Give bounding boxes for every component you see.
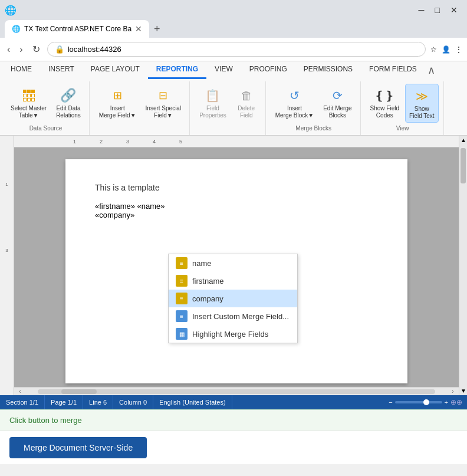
show-field-codes-button[interactable]: ❴❵ Show FieldCodes	[367, 84, 403, 122]
dropdown-item-company[interactable]: ≡ company	[169, 290, 297, 307]
address-bar-row: ‹ › ↻ 🔒 localhost:44326 ☆ 👤 ⋮	[0, 38, 467, 61]
tab-title: TX Text Control ASP.NET Core Ba	[24, 25, 131, 33]
ruler-1: 1	[73, 139, 76, 145]
tab-form-fields[interactable]: FORM FIELDS	[361, 61, 425, 79]
zoom-out-icon[interactable]: −	[389, 399, 392, 406]
ruler-mark-4: 3	[0, 247, 14, 280]
scroll-track[interactable]	[38, 389, 435, 394]
insert-merge-field-icon: ⊞	[108, 86, 127, 105]
dropdown-item-name[interactable]: ≡ name	[169, 254, 297, 272]
tab-reporting[interactable]: REPORTING	[148, 61, 206, 79]
merge-line-1: «firstname» «name»	[95, 202, 378, 211]
active-tab[interactable]: 🌐 TX Text Control ASP.NET Core Ba ✕	[5, 20, 149, 38]
address-bar[interactable]: 🔒 localhost:44326	[47, 42, 426, 57]
dropdown-label-highlight: Highlight Merge Fields	[192, 330, 268, 339]
message-text: Click button to merge	[9, 416, 82, 425]
ruler-mark-2: 1	[0, 180, 14, 214]
document-area: 1 3 1 2 3 4 5 This is a template «firstn…	[0, 136, 467, 395]
lock-icon: 🔒	[55, 45, 64, 54]
browser-icon: 🌐	[5, 5, 17, 16]
insert-special-field-button[interactable]: ⊟ Insert SpecialField▼	[142, 84, 185, 122]
select-master-table-icon	[19, 86, 38, 105]
tab-insert[interactable]: INSERT	[40, 61, 83, 79]
refresh-button[interactable]: ↻	[30, 42, 42, 56]
merge-company: «company»	[95, 211, 134, 219]
window-controls[interactable]: ─ □ ✕	[414, 3, 462, 17]
delete-field-icon: 🗑	[237, 86, 256, 105]
zoom-slider[interactable]	[395, 401, 442, 403]
dropdown-item-highlight[interactable]: ▦ Highlight Merge Fields	[169, 325, 297, 343]
insert-merge-block-button[interactable]: ↺ InsertMerge Block▼	[272, 84, 317, 122]
scroll-thumb-vertical[interactable]	[461, 148, 466, 183]
dropdown-label-firstname: firstname	[192, 277, 223, 285]
tab-favicon: 🌐	[12, 25, 21, 33]
scroll-left-button[interactable]: ‹	[14, 388, 26, 395]
message-area: Click button to merge	[0, 409, 467, 431]
show-field-codes-icon: ❴❵	[375, 86, 394, 105]
show-field-text-icon: ≫	[412, 87, 431, 106]
insert-merge-field-button[interactable]: ⊞ InsertMerge Field▼	[96, 84, 140, 122]
field-icon-firstname: ≡	[176, 275, 188, 287]
merge-document-button[interactable]: Merge Document Server-Side	[9, 437, 147, 458]
forward-button[interactable]: ›	[17, 43, 25, 56]
tab-close-button[interactable]: ✕	[135, 24, 142, 34]
browser-window: 🌐 ─ □ ✕ 🌐 TX Text Control ASP.NET Core B…	[0, 0, 467, 61]
ruler-mark-3	[0, 214, 14, 247]
highlight-icon: ▦	[176, 328, 188, 340]
minimize-button[interactable]: ─	[414, 3, 429, 17]
tab-proofing[interactable]: PROOFING	[241, 61, 295, 79]
custom-field-icon: ≡	[176, 310, 188, 322]
zoom-thumb[interactable]	[423, 399, 429, 405]
scroll-right-button[interactable]: ›	[447, 388, 459, 395]
edit-data-relations-icon: 🔗	[59, 86, 78, 105]
field-properties-button[interactable]: 📋 FieldProperties	[196, 84, 230, 122]
tab-home[interactable]: HOME	[2, 61, 40, 79]
dropdown-label-company: company	[192, 294, 223, 303]
ribbon-group-view: ❴❵ Show FieldCodes ≫ ShowField Text View	[362, 81, 444, 135]
field-properties-icon: 📋	[203, 86, 222, 105]
tab-permissions[interactable]: PERMISSIONS	[295, 61, 361, 79]
bookmark-icon[interactable]: ☆	[430, 45, 437, 54]
tab-view[interactable]: VIEW	[206, 61, 241, 79]
back-button[interactable]: ‹	[5, 43, 12, 56]
tab-page-layout[interactable]: PAGE LAYOUT	[83, 61, 148, 79]
insert-merge-field-dropdown: ≡ name ≡ firstname ≡ company ≡ Insert Cu…	[168, 254, 298, 343]
scroll-down-button[interactable]: ▼	[459, 386, 467, 395]
scroll-thumb[interactable]	[61, 389, 97, 394]
delete-field-button[interactable]: 🗑 DeleteField	[232, 84, 261, 122]
dropdown-item-firstname[interactable]: ≡ firstname	[169, 272, 297, 290]
menu-icon[interactable]: ⋮	[455, 45, 462, 54]
field-icon-name: ≡	[176, 257, 188, 269]
insert-merge-block-icon: ↺	[285, 86, 304, 105]
merge-name: «name»	[137, 202, 165, 211]
account-icon[interactable]: 👤	[442, 45, 450, 54]
show-field-text-button[interactable]: ≫ ShowField Text	[405, 84, 439, 123]
scroll-up-button[interactable]: ▲	[459, 136, 467, 145]
ribbon-group-field: 📋 FieldProperties 🗑 DeleteField	[191, 81, 266, 135]
merge-blocks-group-label: Merge Blocks	[295, 125, 331, 133]
ribbon-group-view-items: ❴❵ Show FieldCodes ≫ ShowField Text	[367, 84, 439, 123]
ribbon-group-insert: ⊞ InsertMerge Field▼ ⊟ Insert SpecialFie…	[91, 81, 190, 135]
edit-merge-blocks-label: Edit MergeBlocks	[323, 105, 351, 119]
left-ruler: 1 3	[0, 136, 14, 395]
zoom-in-icon[interactable]: +	[445, 399, 448, 406]
ribbon-collapse-button[interactable]: ∧	[425, 61, 438, 79]
title-bar: 🌐 ─ □ ✕	[0, 0, 467, 20]
insert-special-field-icon: ⊟	[154, 86, 173, 105]
field-properties-label: FieldProperties	[199, 105, 226, 119]
horizontal-scrollbar[interactable]: ‹ ›	[14, 387, 459, 395]
dropdown-item-insert-custom[interactable]: ≡ Insert Custom Merge Field...	[169, 307, 297, 325]
ruler-2: 2	[100, 139, 103, 145]
edit-merge-blocks-button[interactable]: ⟳ Edit MergeBlocks	[320, 84, 355, 122]
merge-button-area: Merge Document Server-Side	[0, 431, 467, 464]
select-master-table-button[interactable]: Select MasterTable▼	[7, 84, 50, 122]
edit-data-relations-button[interactable]: 🔗 Edit DataRelations	[52, 84, 84, 122]
maximize-button[interactable]: □	[430, 3, 445, 17]
ribbon-group-insert-items: ⊞ InsertMerge Field▼ ⊟ Insert SpecialFie…	[96, 84, 185, 129]
ribbon-group-merge-blocks-items: ↺ InsertMerge Block▼ ⟳ Edit MergeBlocks	[272, 84, 356, 123]
close-button[interactable]: ✕	[446, 3, 462, 17]
edit-data-relations-label: Edit DataRelations	[56, 105, 81, 119]
new-tab-button[interactable]: +	[149, 21, 165, 38]
vertical-scrollbar[interactable]: ▲ ▼	[459, 136, 467, 395]
view-group-label: View	[396, 125, 409, 133]
